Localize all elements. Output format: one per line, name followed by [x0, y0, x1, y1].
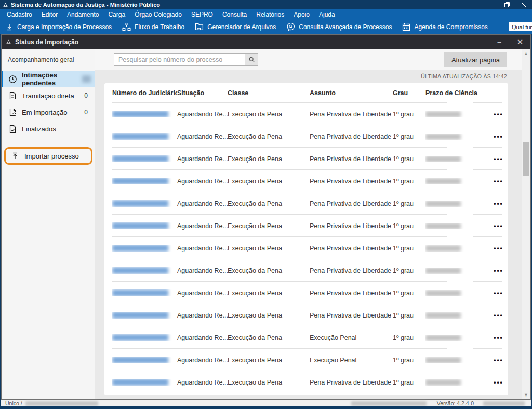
cell-prazo-ciencia — [425, 379, 489, 386]
menu-orgao-colegiado[interactable]: Órgão Colegiado — [130, 11, 187, 18]
search-bubble-icon — [286, 23, 295, 31]
cell-classe: Execução da Pena — [228, 245, 310, 252]
menu-editor[interactable]: Editor — [37, 11, 62, 18]
toolbar-items: Carga e Importação de ProcessosFluxo de … — [5, 22, 488, 31]
inner-window-title: Status de Importação — [15, 38, 78, 46]
process-number-link-redacted[interactable] — [112, 111, 168, 117]
cell-situacao: Aguardando Re... — [177, 312, 228, 319]
menu-sepro[interactable]: SEPRO — [187, 11, 218, 18]
toolbar-carga-e-importacao-de-processos[interactable]: Carga e Importação de Processos — [5, 23, 112, 31]
row-actions-ellipsis-button[interactable]: ••• — [491, 200, 506, 207]
row-actions-ellipsis-button[interactable]: ••• — [491, 178, 506, 185]
process-number-link-redacted[interactable] — [112, 245, 168, 252]
cell-numero-judiciario — [112, 245, 177, 252]
cell-actions: ••• — [489, 312, 508, 319]
prazo-value-redacted — [425, 357, 461, 363]
vertical-scrollbar[interactable]: ▲ ▼ — [522, 49, 530, 399]
table-row: Aguardando Re...Execução da PenaPena Pri… — [104, 215, 508, 237]
refresh-page-button[interactable]: Atualizar página — [444, 52, 507, 67]
cell-situacao: Aguardando Re... — [177, 200, 228, 207]
toolbar-fluxo-de-trabalho[interactable]: Fluxo de Trabalho — [122, 22, 184, 31]
process-table: Número do JudiciárioSituaçãoClasseAssunt… — [104, 83, 508, 395]
cell-situacao: Aguardando Re... — [177, 222, 228, 230]
status-middle-redacted — [351, 401, 427, 406]
row-actions-ellipsis-button[interactable]: ••• — [491, 379, 506, 386]
process-number-link-redacted[interactable] — [112, 312, 168, 319]
menu-andamento[interactable]: Andamento — [62, 11, 103, 18]
prazo-value-redacted — [425, 178, 461, 184]
cell-classe: Execução da Pena — [228, 312, 310, 319]
cell-grau: 1º grau — [393, 379, 425, 386]
process-number-link-redacted[interactable] — [112, 133, 168, 140]
menu-ajuda[interactable]: Ajuda — [314, 11, 340, 18]
inner-close-button[interactable]: ✕ — [510, 35, 530, 49]
column-header-grau: Grau — [393, 89, 425, 97]
table-row: Aguardando Re...Execução da PenaPena Pri… — [104, 103, 508, 125]
minimize-button[interactable] — [482, 0, 499, 9]
row-actions-ellipsis-button[interactable]: ••• — [491, 357, 506, 364]
toolbar-consulta-avancada-de-processos[interactable]: Consulta Avançada de Processos — [286, 23, 392, 31]
titlebar: Sistema de Automação da Justiça - Minist… — [0, 0, 532, 9]
cell-classe: Execução da Pena — [228, 379, 310, 386]
prazo-value-redacted — [425, 201, 461, 207]
process-number-link-redacted[interactable] — [112, 222, 168, 229]
last-update-label: ÚLTIMA ATUALIZAÇÃO ÀS 14:42 — [421, 73, 507, 80]
download-icon — [5, 23, 14, 31]
menu-relatorios[interactable]: Relatórios — [251, 11, 289, 18]
upload-icon — [10, 151, 20, 161]
row-actions-ellipsis-button[interactable]: ••• — [491, 222, 506, 230]
menu-apoio[interactable]: Apoio — [289, 11, 314, 18]
menu-consulta[interactable]: Consulta — [218, 11, 251, 18]
process-number-link-redacted[interactable] — [112, 379, 168, 386]
row-actions-ellipsis-button[interactable]: ••• — [491, 267, 506, 274]
process-number-link-redacted[interactable] — [112, 334, 168, 341]
process-number-link-redacted[interactable] — [112, 289, 168, 296]
cell-assunto: Pena Privativa de Liberdade — [310, 289, 393, 297]
row-actions-ellipsis-button[interactable]: ••• — [491, 289, 506, 297]
close-button[interactable] — [515, 0, 532, 9]
row-actions-ellipsis-button[interactable]: ••• — [491, 245, 506, 252]
column-header-numero-do-judiciario: Número do Judiciário — [112, 89, 177, 97]
row-actions-ellipsis-button[interactable]: ••• — [491, 111, 506, 118]
sidebar-item-tramitacao-direta[interactable]: Tramitação direta0 — [2, 87, 95, 104]
sidebar-item-finalizados[interactable]: Finalizados — [2, 121, 95, 137]
process-search-input[interactable] — [114, 53, 245, 66]
functionality-search-input[interactable] — [509, 22, 532, 31]
toolbar-gerenciador-de-arquivos[interactable]: Gerenciador de Arquivos — [195, 23, 276, 31]
status-left-label: Unico / — [5, 400, 22, 406]
restore-button[interactable] — [499, 0, 515, 9]
sidebar-item-importar-processo[interactable]: Importar processo — [4, 147, 92, 165]
scroll-up-arrow[interactable]: ▲ — [522, 49, 530, 58]
row-actions-ellipsis-button[interactable]: ••• — [491, 312, 506, 319]
process-number-link-redacted[interactable] — [112, 155, 168, 162]
column-header-prazo-de-ciencia: Prazo de Ciência — [425, 89, 489, 97]
cell-classe: Execução da Pena — [228, 155, 310, 163]
process-number-link-redacted[interactable] — [112, 178, 168, 184]
sidebar-item-intimacoes-pendentes[interactable]: Intimações pendentes — [2, 71, 95, 87]
cell-prazo-ciencia — [425, 201, 489, 207]
toolbar-agenda-de-compromissos[interactable]: Agenda de Compromissos — [402, 23, 487, 31]
process-number-link-redacted[interactable] — [112, 357, 168, 363]
toolbar-item-label: Gerenciador de Arquivos — [207, 23, 276, 31]
cell-actions: ••• — [489, 222, 508, 230]
cell-actions: ••• — [489, 111, 508, 118]
document-check-icon — [8, 124, 17, 134]
scroll-down-arrow[interactable]: ▼ — [522, 390, 530, 399]
toolbar-item-label: Consulta Avançada de Processos — [299, 23, 392, 31]
menu-carga[interactable]: Carga — [103, 11, 130, 18]
process-number-link-redacted[interactable] — [112, 267, 168, 274]
cell-assunto: Execução Penal — [310, 357, 393, 364]
search-button[interactable] — [245, 53, 258, 66]
status-import-window: Status de Importação – ✕ Acompanhamento … — [1, 34, 531, 400]
row-actions-ellipsis-button[interactable]: ••• — [491, 334, 506, 341]
sidebar-item-em-importacao[interactable]: Em importação0 — [2, 104, 95, 121]
process-number-link-redacted[interactable] — [112, 200, 168, 207]
row-actions-ellipsis-button[interactable]: ••• — [491, 155, 506, 163]
cell-assunto: Pena Privativa de Liberdade — [310, 155, 393, 163]
row-actions-ellipsis-button[interactable]: ••• — [491, 133, 506, 140]
cell-actions: ••• — [489, 334, 508, 341]
scrollbar-thumb[interactable] — [523, 142, 529, 176]
cell-grau: 1º grau — [393, 357, 425, 364]
inner-minimize-button[interactable]: – — [489, 35, 510, 49]
menu-cadastro[interactable]: Cadastro — [2, 11, 37, 18]
